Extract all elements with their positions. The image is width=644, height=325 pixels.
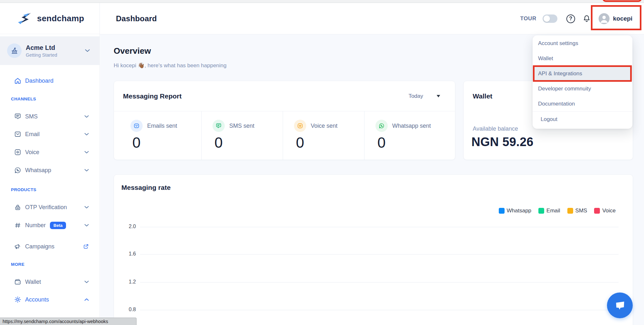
sidebar-item-label: Wallet xyxy=(25,279,41,285)
chevron-down-icon xyxy=(84,169,89,172)
sidebar-item-label: Whatsapp xyxy=(25,167,51,174)
whatsapp-icon xyxy=(14,166,22,174)
status-link-url: https://my.sendchamp.com/accounts/api-we… xyxy=(3,319,108,324)
wallet-icon xyxy=(14,278,22,286)
available-balance-value: NGN 59.26 xyxy=(471,135,534,149)
legend-item-voice[interactable]: Voice xyxy=(594,208,616,214)
sidebar-section-channels: CHANNELS xyxy=(11,97,36,103)
external-link-icon xyxy=(83,244,89,249)
sidebar-item-voice[interactable]: Voice xyxy=(0,143,100,161)
sidebar-item-sms[interactable]: SMS xyxy=(0,107,100,125)
stats-row: Emails sent 0 SMS sent 0 Voice xyxy=(114,111,455,160)
gridline xyxy=(140,254,619,255)
chevron-down-icon xyxy=(84,151,89,153)
campaigns-megaphone-icon xyxy=(14,243,22,250)
stat-value: 0 xyxy=(214,135,283,151)
header-controls: TOUR ? kocepi xyxy=(520,3,632,34)
chart-legend: Whatsapp Email SMS Voice xyxy=(492,208,616,214)
stat-value: 0 xyxy=(296,135,364,151)
stat-value: 0 xyxy=(377,135,455,151)
messaging-report-card: Messaging Report Today Emails sent 0 xyxy=(114,81,455,160)
sidebar-item-whatsapp[interactable]: Whatsapp xyxy=(0,161,100,179)
messaging-rate-title: Messaging rate xyxy=(121,184,171,191)
logo[interactable]: sendchamp xyxy=(0,3,99,34)
sidebar-item-label: Voice xyxy=(25,149,39,156)
user-dropdown-menu: Account settings Wallet API & Integratio… xyxy=(533,35,632,129)
annotation-box-top-fragment xyxy=(602,0,642,2)
tour-label: TOUR xyxy=(520,15,536,22)
available-balance-label: Available balance xyxy=(473,125,518,132)
accounts-gear-icon xyxy=(14,296,22,303)
logo-wordmark: sendchamp xyxy=(37,14,84,23)
messaging-report-title: Messaging Report xyxy=(123,92,182,100)
sidebar-item-label: Email xyxy=(25,131,40,138)
menu-item-developer-community[interactable]: Developer commnuity xyxy=(533,81,632,96)
building-icon xyxy=(7,43,22,58)
tour-toggle[interactable] xyxy=(543,14,557,23)
stat-label: Emails sent xyxy=(147,123,177,129)
chevron-down-icon xyxy=(84,206,89,209)
browser-chrome-edge xyxy=(0,0,644,3)
avatar[interactable] xyxy=(599,13,610,24)
gridline xyxy=(140,310,619,310)
sidebar-item-email[interactable]: Email xyxy=(0,125,100,143)
username[interactable]: kocepi xyxy=(613,15,632,22)
sendchamp-dashboard-page: sendchamp Acme Ltd Getting Started Da xyxy=(0,0,644,325)
period-select[interactable]: Today xyxy=(409,93,440,99)
chevron-down-icon xyxy=(84,133,89,135)
whatsapp-sent-icon xyxy=(375,120,388,132)
sidebar-item-campaigns[interactable]: Campaigns xyxy=(0,237,100,255)
chevron-down-icon xyxy=(84,281,89,283)
sidebar-item-label: SMS xyxy=(25,113,38,120)
sidebar: sendchamp Acme Ltd Getting Started Da xyxy=(0,3,100,325)
sidebar-item-label: Dashboard xyxy=(25,78,53,84)
chevron-down-icon xyxy=(84,115,89,118)
legend-item-email[interactable]: Email xyxy=(538,208,560,214)
stat-label: SMS sent xyxy=(229,123,254,129)
email-icon xyxy=(14,130,22,138)
menu-item-api-integrations[interactable]: API & Integrations xyxy=(533,66,632,81)
workspace-switcher[interactable]: Acme Ltd Getting Started xyxy=(0,36,99,65)
chevron-down-icon xyxy=(85,49,90,52)
sidebar-section-more: MORE xyxy=(11,262,24,268)
stat-sms-sent: SMS sent 0 xyxy=(201,111,283,160)
wallet-card-title: Wallet xyxy=(473,92,492,100)
emails-sent-icon xyxy=(130,120,143,132)
workspace-texts: Acme Ltd Getting Started xyxy=(26,44,85,58)
legend-label: Whatsapp xyxy=(507,208,532,214)
legend-item-sms[interactable]: SMS xyxy=(567,208,587,214)
sms-sent-icon xyxy=(213,120,225,132)
legend-swatch xyxy=(538,208,544,214)
sidebar-item-label: Number xyxy=(25,222,46,229)
menu-item-documentation[interactable]: Documentation xyxy=(533,96,632,111)
home-icon xyxy=(14,77,22,85)
sms-icon xyxy=(14,113,22,120)
sidebar-item-accounts[interactable]: Accounts xyxy=(0,291,100,309)
chat-bubble-icon xyxy=(613,299,626,311)
menu-item-logout[interactable]: Logout xyxy=(533,112,632,127)
caret-down-icon xyxy=(437,95,440,98)
voice-icon xyxy=(14,148,22,156)
sidebar-item-wallet[interactable]: Wallet xyxy=(0,273,100,291)
stat-voice-sent: Voice sent 0 xyxy=(283,111,364,160)
stat-value: 0 xyxy=(132,135,201,151)
bell-icon[interactable] xyxy=(582,14,591,23)
menu-item-wallet[interactable]: Wallet xyxy=(533,51,632,66)
y-tick: 2.0 xyxy=(119,224,136,229)
sidebar-item-number[interactable]: Number Beta xyxy=(0,216,100,234)
stat-label: Whatsapp sent xyxy=(392,123,431,129)
chevron-up-icon xyxy=(84,298,89,301)
legend-label: SMS xyxy=(575,208,587,214)
sidebar-section-products: PRODUCTS xyxy=(11,187,36,194)
messaging-rate-card: Messaging rate Whatsapp Email SMS Voice … xyxy=(114,174,633,325)
otp-lock-icon xyxy=(14,203,22,211)
sidebar-item-dashboard[interactable]: Dashboard xyxy=(0,72,100,90)
help-icon[interactable]: ? xyxy=(566,14,575,23)
overview-greeting: Hi kocepi 👋🏾, here's what has been happe… xyxy=(114,62,227,69)
sidebar-item-otp-verification[interactable]: OTP Verification xyxy=(0,198,100,216)
legend-item-whatsapp[interactable]: Whatsapp xyxy=(499,208,532,214)
voice-sent-icon xyxy=(294,120,306,132)
chat-widget-button[interactable] xyxy=(607,292,633,318)
period-value: Today xyxy=(409,93,423,99)
menu-item-account-settings[interactable]: Account settings xyxy=(533,36,632,51)
